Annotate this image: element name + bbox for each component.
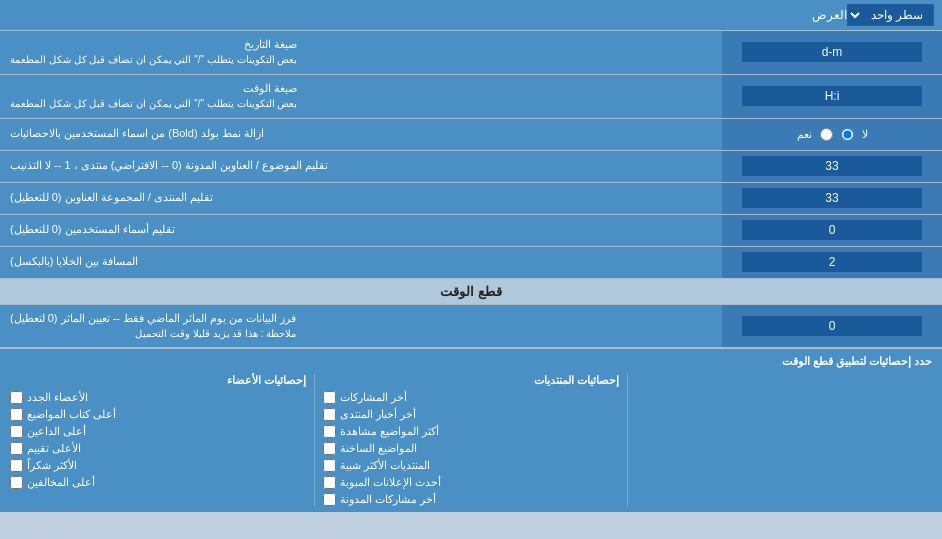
date-format-input[interactable]: d-m (742, 42, 922, 62)
time-cut-row: فرز البيانات من يوم الماثر الماضي فقط --… (0, 305, 942, 349)
time-cut-input-wrapper[interactable] (722, 305, 942, 348)
view-select[interactable]: سطر واحد سطرين ثلاثة أسطر (847, 4, 934, 26)
date-format-input-wrapper[interactable]: d-m (722, 31, 942, 74)
cb-most-thanked[interactable]: الأكثر شكراً (10, 459, 306, 472)
cb-last-news[interactable]: أخر أخبار المنتدى (323, 408, 619, 421)
time-format-input-wrapper[interactable]: H:i (722, 75, 942, 118)
usernames-trim-label: تقليم أسماء المستخدمين (0 للتعطيل) (0, 215, 722, 246)
usernames-trim-row: تقليم أسماء المستخدمين (0 للتعطيل) (0, 215, 942, 247)
cb-most-viewed[interactable]: أكثر المواضيع مشاهدة (323, 425, 619, 438)
cb-popular-forums[interactable]: المنتديات الأكثر شبية (323, 459, 619, 472)
topics-count-input-wrapper[interactable] (722, 151, 942, 182)
cell-space-input[interactable] (742, 252, 922, 272)
top-row: سطر واحد سطرين ثلاثة أسطر العرض (0, 0, 942, 31)
radio-no[interactable] (841, 128, 854, 141)
view-label: العرض (8, 8, 847, 22)
forums-stats-col: إحصائيات المنتديات أخر المشاركات أخر أخب… (323, 374, 619, 506)
radio-no-label: لا (862, 128, 868, 141)
topics-count-input[interactable] (742, 156, 922, 176)
cb-new-members[interactable]: الأعضاء الجدد (10, 391, 306, 404)
time-cut-section-header: قطع الوقت (0, 279, 942, 305)
cb-latest-ads[interactable]: أحدث الإعلانات المبوبة (323, 476, 619, 489)
dropdown-wrapper[interactable]: سطر واحد سطرين ثلاثة أسطر (847, 4, 934, 26)
usernames-trim-input-wrapper[interactable] (722, 215, 942, 246)
cb-top-rated[interactable]: الأعلى تقييم (10, 442, 306, 455)
forum-titles-input[interactable] (742, 188, 922, 208)
checkboxes-header: حدد إحصائيات لتطبيق قطع الوقت (10, 355, 932, 368)
col-sep2 (314, 374, 315, 506)
cell-space-input-wrapper[interactable] (722, 247, 942, 278)
radio-yes[interactable] (820, 128, 833, 141)
time-format-label: صيغة الوقتبعض التكوينات يتطلب "/" التي ي… (0, 75, 722, 118)
bold-radio-wrapper[interactable]: لا نعم (722, 119, 942, 150)
cb-last-blog-posts[interactable]: أخر مشاركات المدونة (323, 493, 619, 506)
time-cut-input[interactable] (742, 316, 922, 336)
radio-yes-label: نعم (797, 128, 812, 141)
cb-top-topic-writers[interactable]: أعلى كتاب المواضيع (10, 408, 306, 421)
time-format-row: H:i صيغة الوقتبعض التكوينات يتطلب "/" ال… (0, 75, 942, 119)
empty-col-right (636, 374, 932, 506)
col-sep1 (627, 374, 628, 506)
cb-last-posts[interactable]: أخر المشاركات (323, 391, 619, 404)
bold-remove-row: لا نعم ازالة نمط بولد (Bold) من اسماء ال… (0, 119, 942, 151)
forum-titles-input-wrapper[interactable] (722, 183, 942, 214)
date-format-row: d-m صيغة التاريخبعض التكوينات يتطلب "/" … (0, 31, 942, 75)
forum-titles-label: تقليم المنتدى / المجموعة العناوين (0 للت… (0, 183, 722, 214)
forums-stats-header: إحصائيات المنتديات (323, 374, 619, 387)
cell-space-label: المسافة بين الخلايا (بالبكسل) (0, 247, 722, 278)
bold-remove-label: ازالة نمط بولد (Bold) من اسماء المستخدمي… (0, 119, 722, 150)
topics-count-label: تقليم الموضوع / العناوين المدونة (0 -- ا… (0, 151, 722, 182)
cb-top-inviters[interactable]: أعلى الداعين (10, 425, 306, 438)
cb-top-violators[interactable]: أعلى المخالفين (10, 476, 306, 489)
time-cut-label: فرز البيانات من يوم الماثر الماضي فقط --… (0, 305, 722, 348)
forum-titles-row: تقليم المنتدى / المجموعة العناوين (0 للت… (0, 183, 942, 215)
time-format-input[interactable]: H:i (742, 86, 922, 106)
cb-hot-topics[interactable]: المواضيع الساخنة (323, 442, 619, 455)
members-stats-header: إحصائيات الأعضاء (10, 374, 306, 387)
date-format-label: صيغة التاريخبعض التكوينات يتطلب "/" التي… (0, 31, 722, 74)
members-stats-col: إحصائيات الأعضاء الأعضاء الجدد أعلى كتاب… (10, 374, 306, 506)
checkboxes-section: حدد إحصائيات لتطبيق قطع الوقت إحصائيات ا… (0, 348, 942, 512)
topics-count-row: تقليم الموضوع / العناوين المدونة (0 -- ا… (0, 151, 942, 183)
cell-space-row: المسافة بين الخلايا (بالبكسل) (0, 247, 942, 279)
checkboxes-grid: إحصائيات المنتديات أخر المشاركات أخر أخب… (10, 374, 932, 506)
usernames-trim-input[interactable] (742, 220, 922, 240)
